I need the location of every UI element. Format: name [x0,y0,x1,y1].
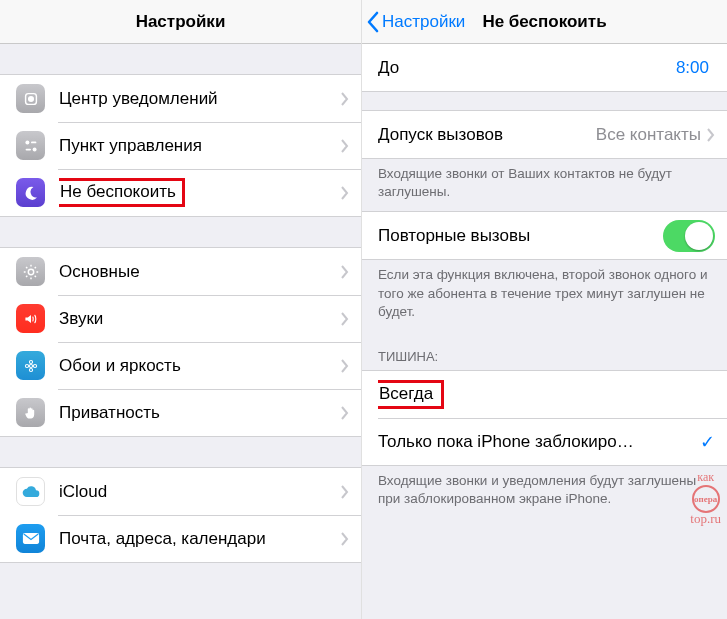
chevron-right-icon [341,265,349,279]
gear-icon [16,257,45,286]
moon-icon [16,178,45,207]
repeated-calls-note: Если эта функция включена, второй звонок… [362,260,727,331]
silence-note: Входящие звонки и уведомления будут загл… [362,466,727,518]
silence-section-header: ТИШИНА: [362,331,727,370]
chevron-right-icon [341,406,349,420]
label: Звуки [59,309,341,329]
label: Не беспокоить [59,178,341,207]
hand-icon [16,398,45,427]
item-sounds[interactable]: Звуки [0,295,361,342]
item-control-center[interactable]: Пункт управления [0,122,361,169]
watermark: как опера top.ru [690,470,721,527]
option-silence-locked[interactable]: Только пока iPhone заблокиро… ✓ [362,418,727,465]
item-do-not-disturb[interactable]: Не беспокоить [0,169,361,216]
speaker-icon [16,304,45,333]
svg-rect-5 [25,148,30,150]
svg-point-8 [29,360,32,363]
label: Обои и яркость [59,356,341,376]
allow-calls-value: Все контакты [596,125,701,145]
item-wallpaper-brightness[interactable]: Обои и яркость [0,342,361,389]
option-silence-always[interactable]: Всегда [362,371,727,418]
allow-calls-note: Входящие звонки от Ваших контактов не бу… [362,159,727,211]
label: Почта, адреса, календари [59,529,341,549]
page-title: Настройки [136,12,226,32]
item-privacy[interactable]: Приватность [0,389,361,436]
svg-rect-3 [31,141,36,143]
svg-point-1 [27,95,33,101]
chevron-right-icon [341,359,349,373]
repeated-calls-toggle[interactable] [663,220,715,252]
svg-point-10 [25,364,28,367]
svg-point-4 [32,147,36,151]
item-mail-contacts-calendars[interactable]: Почта, адреса, календари [0,515,361,562]
until-time-value: 8:00 [676,58,709,78]
chevron-right-icon [341,312,349,326]
control-center-icon [16,131,45,160]
back-button[interactable]: Настройки [366,0,465,44]
label: Всегда [378,380,715,409]
label: iCloud [59,482,341,502]
flower-icon [16,351,45,380]
svg-point-7 [29,364,32,367]
checkmark-icon: ✓ [700,431,715,453]
back-label: Настройки [382,12,465,32]
chevron-right-icon [341,186,349,200]
svg-point-9 [29,368,32,371]
label: Допуск вызовов [378,125,596,145]
row-until-time[interactable]: До 8:00 [362,44,727,91]
svg-point-6 [28,269,33,274]
chevron-right-icon [341,532,349,546]
chevron-left-icon [366,11,380,33]
row-allow-calls-from[interactable]: Допуск вызовов Все контакты [362,111,727,158]
item-general[interactable]: Основные [0,248,361,295]
label: До [378,58,676,78]
label: Только пока iPhone заблокиро… [378,432,694,452]
notification-center-icon [16,84,45,113]
page-title: Не беспокоить [482,12,606,32]
mail-icon [16,524,45,553]
label: Центр уведомлений [59,89,341,109]
item-icloud[interactable]: iCloud [0,468,361,515]
chevron-right-icon [341,139,349,153]
item-notification-center[interactable]: Центр уведомлений [0,75,361,122]
chevron-right-icon [341,485,349,499]
label: Приватность [59,403,341,423]
dnd-navbar: Настройки Не беспокоить [362,0,727,44]
svg-point-11 [33,364,36,367]
label: Основные [59,262,341,282]
svg-point-2 [25,140,29,144]
cloud-icon [16,477,45,506]
row-repeated-calls[interactable]: Повторные вызовы [362,212,727,259]
label: Пункт управления [59,136,341,156]
chevron-right-icon [341,92,349,106]
label: Повторные вызовы [378,226,663,246]
settings-navbar: Настройки [0,0,361,44]
chevron-right-icon [707,128,715,142]
